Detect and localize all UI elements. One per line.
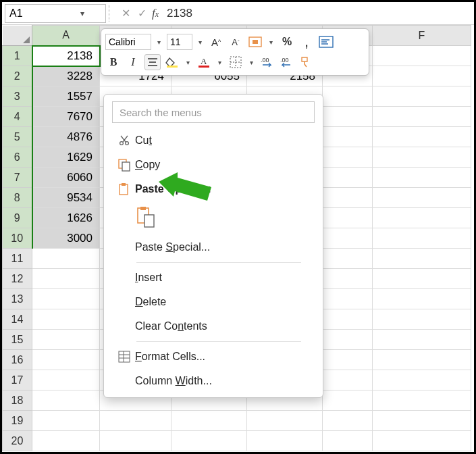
cell[interactable]: 7670	[32, 107, 100, 127]
row-header[interactable]: 12	[3, 269, 32, 289]
cell[interactable]	[373, 431, 471, 451]
cell[interactable]	[373, 147, 471, 168]
font-color-icon[interactable]: A	[196, 54, 212, 70]
menu-clear-contents[interactable]: Clear Contents	[104, 314, 323, 338]
fill-color-icon[interactable]	[164, 54, 180, 70]
cell[interactable]	[32, 350, 100, 370]
cell[interactable]: 9534	[32, 188, 100, 208]
cell[interactable]	[323, 208, 373, 228]
cell[interactable]	[323, 249, 373, 269]
row-header[interactable]: 15	[3, 330, 32, 350]
row-header[interactable]: 10	[3, 228, 32, 249]
cell[interactable]	[373, 390, 471, 411]
merge-center-icon[interactable]	[247, 34, 263, 50]
formula-bar[interactable]: 2138	[167, 7, 192, 20]
cell[interactable]	[323, 269, 373, 289]
name-box-dropdown[interactable]: ▾	[55, 9, 105, 18]
menu-cut[interactable]: Cut	[104, 128, 323, 153]
row-header[interactable]: 11	[3, 249, 32, 269]
cell[interactable]	[323, 188, 373, 208]
row-header[interactable]: 18	[3, 390, 32, 411]
cell[interactable]: 1557	[32, 86, 100, 107]
menu-column-width[interactable]: Column Width...	[104, 369, 323, 393]
cell[interactable]	[373, 411, 471, 431]
italic-button[interactable]: I	[125, 54, 141, 70]
cell[interactable]	[323, 370, 373, 390]
cell[interactable]	[373, 330, 471, 350]
cell[interactable]	[373, 107, 471, 127]
cell[interactable]: 1626	[32, 208, 100, 228]
merge-dropdown-icon[interactable]: ▾	[267, 39, 275, 46]
fx-icon[interactable]: fx	[152, 7, 159, 20]
fill-color-dropdown-icon[interactable]: ▾	[184, 59, 192, 66]
cell[interactable]	[373, 309, 471, 330]
cell[interactable]	[373, 249, 471, 269]
increase-font-icon[interactable]: A^	[208, 34, 224, 50]
row-header[interactable]: 20	[3, 431, 32, 451]
cell[interactable]	[32, 431, 100, 451]
format-painter-icon[interactable]	[298, 54, 315, 70]
cell[interactable]	[32, 330, 100, 350]
cell[interactable]	[32, 390, 100, 411]
row-header[interactable]: 8	[3, 188, 32, 208]
cell[interactable]	[323, 411, 373, 431]
menu-insert[interactable]: Insert	[104, 266, 323, 290]
cell[interactable]	[373, 350, 471, 370]
row-header[interactable]: 1	[3, 46, 32, 66]
menu-format-cells[interactable]: Format Cells...	[104, 345, 323, 369]
bold-button[interactable]: B	[105, 54, 122, 70]
cell[interactable]	[32, 269, 100, 289]
enter-formula-icon[interactable]: ✓	[136, 7, 148, 20]
cell[interactable]	[32, 309, 100, 330]
cell[interactable]	[323, 350, 373, 370]
cell[interactable]	[171, 411, 247, 431]
cell[interactable]	[373, 208, 471, 228]
cancel-formula-icon[interactable]: ✕	[120, 7, 132, 20]
paste-icon[interactable]	[135, 205, 158, 231]
cell[interactable]	[323, 86, 373, 107]
font-color-dropdown-icon[interactable]: ▾	[215, 59, 224, 66]
cell[interactable]	[32, 370, 100, 390]
row-header[interactable]: 4	[3, 107, 32, 127]
cell[interactable]	[32, 289, 100, 309]
name-box[interactable]: A1 ▾	[5, 4, 106, 23]
cell[interactable]	[323, 330, 373, 350]
cell[interactable]	[373, 46, 471, 66]
cell[interactable]: 4876	[32, 127, 100, 147]
decrease-decimal-icon[interactable]: .00	[279, 54, 295, 70]
row-header[interactable]: 17	[3, 370, 32, 390]
cell-a1[interactable]: 2138	[32, 46, 100, 66]
row-header[interactable]: 2	[3, 66, 32, 86]
cell[interactable]: 6060	[32, 168, 100, 188]
row-header[interactable]: 7	[3, 168, 32, 188]
cell[interactable]	[100, 411, 171, 431]
cell[interactable]	[100, 431, 171, 451]
cell[interactable]	[373, 168, 471, 188]
menu-search-input[interactable]: Search the menus	[112, 101, 315, 123]
cell[interactable]	[373, 127, 471, 147]
cell[interactable]	[373, 269, 471, 289]
col-header-a[interactable]: A	[32, 26, 100, 46]
row-header[interactable]: 19	[3, 411, 32, 431]
wrap-text-icon[interactable]	[318, 34, 334, 50]
cell[interactable]	[373, 370, 471, 390]
font-name-select[interactable]: Calibri	[105, 34, 151, 50]
cell[interactable]	[323, 309, 373, 330]
cell[interactable]	[373, 86, 471, 107]
cell[interactable]: 1629	[32, 147, 100, 168]
cell[interactable]: 3000	[32, 228, 100, 249]
cell[interactable]	[171, 431, 247, 451]
font-name-dropdown-icon[interactable]: ▾	[155, 39, 163, 46]
cell[interactable]	[32, 411, 100, 431]
cell[interactable]	[323, 168, 373, 188]
font-size-select[interactable]: 11	[167, 34, 192, 50]
percent-icon[interactable]: %	[279, 34, 295, 50]
cell[interactable]	[32, 249, 100, 269]
decrease-font-icon[interactable]: Aˇ	[228, 34, 244, 50]
row-header[interactable]: 14	[3, 309, 32, 330]
cell[interactable]	[247, 411, 323, 431]
borders-dropdown-icon[interactable]: ▾	[247, 59, 256, 66]
row-header[interactable]: 3	[3, 86, 32, 107]
cell[interactable]	[323, 228, 373, 249]
cell[interactable]	[323, 127, 373, 147]
